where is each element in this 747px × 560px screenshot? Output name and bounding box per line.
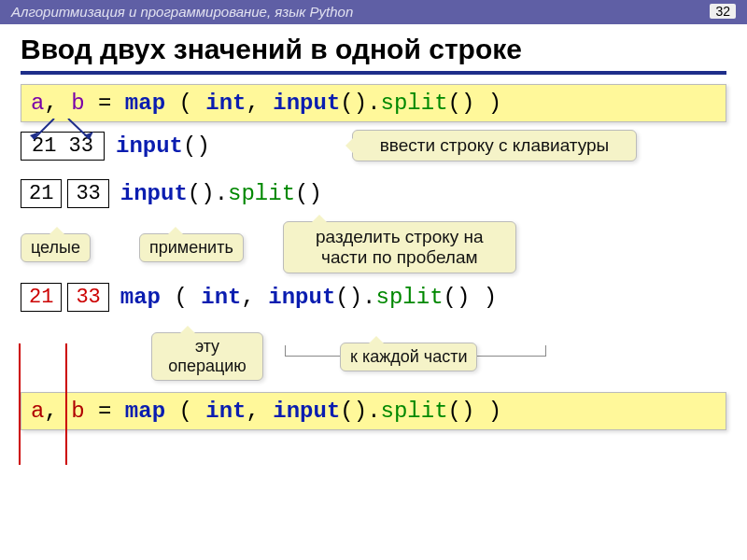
page-title: Ввод двух значений в одной строке <box>0 24 747 71</box>
connector-line-a <box>19 343 21 465</box>
row-input: 21 33 input() ввести строку с клавиатуры <box>21 132 726 161</box>
code-split: input().split() <box>120 181 322 206</box>
connector-line-b <box>65 343 67 465</box>
row-map: 21 33 map ( int, input().split() ) <box>21 283 726 312</box>
breadcrumb-bar: Алгоритмизация и программирование, язык … <box>0 0 747 24</box>
code-bar-bottom: a, b = map ( int, input().split() ) <box>21 392 726 430</box>
code-input: input() <box>116 133 210 159</box>
value-box-b: 33 <box>67 179 108 208</box>
value-box-int-a: 21 <box>21 283 62 312</box>
callout-split-spaces: разделить строку на части по пробелам <box>283 221 516 273</box>
callout-to-each: к каждой части <box>340 343 477 371</box>
callout-row-1: целые применить разделить строку на част… <box>21 221 726 273</box>
breadcrumb-text: Алгоритмизация и программирование, язык … <box>11 4 353 20</box>
callout-this-op: эту операцию <box>151 332 263 381</box>
code-bar-top: a, b = map ( int, input().split() ) <box>21 84 726 122</box>
callout-apply: применить <box>139 233 244 262</box>
value-box-a: 21 <box>21 179 62 208</box>
page-number: 32 <box>710 4 736 19</box>
callout-row-2: эту операцию к каждой части <box>151 332 726 381</box>
code-map: map ( int, input().split() ) <box>120 285 497 310</box>
value-box-input: 21 33 <box>21 132 105 161</box>
value-box-int-b: 33 <box>67 283 108 312</box>
content-area: a, b = map ( int, input().split() ) 21 3… <box>0 84 747 430</box>
callout-integers: целые <box>21 233 91 262</box>
row-split: 21 33 input().split() <box>21 179 726 208</box>
callout-enter-keyboard: ввести строку с клавиатуры <box>352 130 637 161</box>
title-rule <box>21 71 726 75</box>
